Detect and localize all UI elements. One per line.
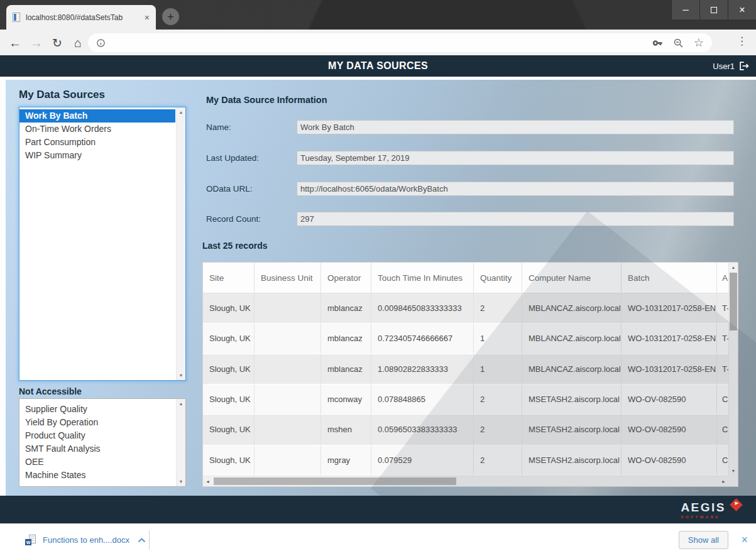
cell-quantity: 1 [474,324,522,353]
app-header: MY DATA SOURCES User1 [0,55,756,77]
cell-computer-name: MBLANCAZ.aiscorp.local [522,324,622,353]
records-table: Site Business Unit Operator Touch Time I… [202,262,738,487]
cell-quantity: 2 [474,415,522,444]
table-body: Slough, UK mblancaz 0.00984650833333333 … [203,293,728,476]
aegis-logo-subtext: SOFTWARE [681,515,745,519]
scroll-up-icon[interactable]: ▲ [729,263,738,272]
cell-quantity: 2 [474,384,522,414]
record-count-label: Record Count: [206,214,261,224]
tab-strip: localhost:8080/#dataSetsTab × + ─ × [0,0,756,30]
column-header-assembly: A [717,263,728,293]
cell-computer-name: MBLANCAZ.aiscorp.local [522,293,622,323]
logout-icon[interactable] [739,61,750,71]
username-label: User1 [713,62,735,71]
cell-assembly: C [717,415,728,444]
tab-close-icon[interactable]: × [141,13,150,23]
cell-touch-time: 0.723405746666667 [371,324,474,353]
table-row: Slough, UK mblancaz 0.00984650833333333 … [203,293,728,324]
sidebar-title: My Data Sources [19,89,105,101]
na-item-yield-by-operation[interactable]: Yield By Operation [19,416,175,429]
table-row: Slough, UK mconway 0.078848865 2 MSETASH… [203,384,728,415]
window-maximize-button[interactable] [699,0,728,19]
address-bar[interactable]: ☆ [88,33,712,52]
scroll-up-icon[interactable]: ▲ [177,399,185,408]
scroll-right-icon[interactable]: ► [719,476,728,486]
sidebar-item-work-by-batch[interactable]: Work By Batch [19,109,175,123]
cell-site: Slough, UK [203,293,255,323]
table-row: Slough, UK mshen 0.0596503383333333 2 MS… [203,415,728,445]
data-sources-listbox[interactable]: Work By Batch On-Time Work Orders Part C… [19,107,186,381]
table-horizontal-scrollbar[interactable]: ◄ ► [203,476,728,486]
scroll-up-icon[interactable]: ▲ [177,107,185,117]
scroll-down-icon[interactable]: ▼ [177,477,185,486]
listbox-scrollbar[interactable]: ▲ ▼ [176,107,185,380]
na-item-smt-fault-analysis[interactable]: SMT Fault Analysis [19,442,175,455]
table-vertical-scrollbar[interactable]: ▲ ▼ [728,263,738,476]
sidebar-item-part-consumption[interactable]: Part Consumption [19,136,175,149]
horizontal-scroll-thumb[interactable] [214,477,456,485]
table-header-row: Site Business Unit Operator Touch Time I… [203,263,728,293]
column-header-operator: Operator [321,263,371,293]
cell-business-unit [255,293,321,323]
last-updated-field[interactable] [297,151,734,165]
password-key-icon[interactable] [652,38,663,48]
cell-batch: WO-OV-082590 [622,384,717,414]
na-item-supplier-quality[interactable]: Supplier Quality [19,403,175,416]
scroll-left-icon[interactable]: ◄ [203,476,212,486]
cell-assembly: T- [717,354,728,384]
listbox-scrollbar[interactable]: ▲ ▼ [176,399,185,486]
zoom-out-icon[interactable] [673,38,684,48]
cell-assembly: C [717,445,728,475]
name-field[interactable] [297,120,734,134]
cell-assembly: T- [717,324,728,353]
cell-touch-time: 0.078848865 [371,384,474,414]
download-bar-divider [149,530,150,550]
browser-tab[interactable]: localhost:8080/#dataSetsTab × [6,5,156,30]
not-accessible-title: Not Accessible [19,386,82,396]
tab-favicon-icon [13,13,20,22]
na-item-machine-states[interactable]: Machine States [19,469,175,482]
cell-site: Slough, UK [203,324,255,353]
cell-touch-time: 0.079529 [371,445,474,475]
odata-url-label: OData URL: [206,184,253,194]
cell-site: Slough, UK [203,384,255,414]
info-section-title: My Data Source Information [206,95,327,105]
show-all-button[interactable]: Show all [679,531,728,549]
chevron-up-icon[interactable] [138,538,146,543]
app-footer: AEGIS SOFTWARE [0,496,756,523]
scroll-down-icon[interactable]: ▼ [729,466,738,476]
forward-icon[interactable]: → [28,34,45,52]
na-item-product-quality[interactable]: Product Quality [19,429,175,442]
column-header-site: Site [203,263,255,293]
cell-business-unit [255,324,321,353]
window-minimize-button[interactable]: ─ [671,0,699,19]
scrollbar-corner [728,476,738,486]
back-icon[interactable]: ← [6,34,24,52]
bookmark-star-icon[interactable]: ☆ [694,36,704,50]
scroll-down-icon[interactable]: ▼ [177,371,185,380]
reload-icon[interactable]: ↻ [48,34,66,52]
cell-operator: mblancaz [321,293,371,323]
downloaded-file-button[interactable]: W Functions to enh....docx [25,530,146,550]
home-icon[interactable]: ⌂ [69,34,87,52]
aegis-flag-icon [728,496,745,516]
browser-menu-icon[interactable]: ⋮ [737,35,747,48]
na-item-oee[interactable]: OEE [19,455,175,469]
record-count-field[interactable] [297,212,734,226]
cell-site: Slough, UK [203,445,255,475]
window-close-button[interactable]: × [728,0,756,19]
sidebar-item-wip-summary[interactable]: WIP Summary [19,149,175,162]
page-info-icon[interactable] [96,38,106,48]
new-tab-button[interactable]: + [162,8,179,25]
name-label: Name: [206,123,231,132]
column-header-computer-name: Computer Name [522,263,622,293]
vertical-scroll-thumb[interactable] [730,273,737,330]
column-header-quantity: Quantity [474,263,522,293]
cell-assembly: T- [717,293,728,323]
sidebar-item-on-time-work-orders[interactable]: On-Time Work Orders [19,123,175,136]
odata-url-field[interactable] [297,182,734,196]
cell-batch: WO-10312017-0258-EN [622,354,717,384]
tab-title: localhost:8080/#dataSetsTab [26,13,141,22]
download-bar-close-icon[interactable]: × [741,533,748,547]
not-accessible-listbox[interactable]: Supplier Quality Yield By Operation Prod… [19,398,186,487]
